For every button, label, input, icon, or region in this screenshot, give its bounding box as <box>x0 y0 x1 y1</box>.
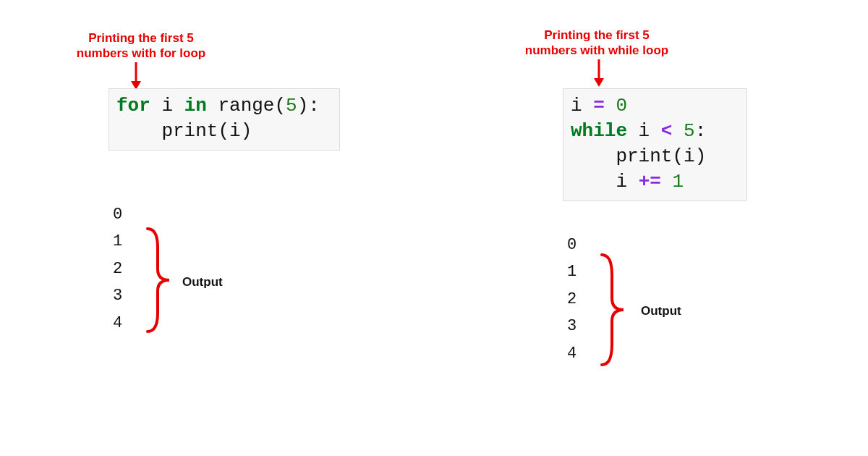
for-loop-caption: Printing the first 5 numbers with for lo… <box>69 30 213 62</box>
curly-brace-icon <box>143 226 172 334</box>
curly-brace-icon <box>597 252 626 368</box>
arrow-down-icon <box>129 62 143 90</box>
while-loop-caption: Printing the first 5 numbers with while … <box>517 28 676 59</box>
svg-marker-3 <box>594 78 604 87</box>
arrow-down-icon <box>592 59 606 87</box>
for-loop-code: for i in range(5): print(i) <box>109 88 340 151</box>
output-label: Output <box>182 275 223 290</box>
output-label: Output <box>641 304 681 318</box>
for-loop-output: 0 1 2 3 4 <box>113 201 122 337</box>
while-loop-code: i = 0while i < 5: print(i) i += 1 <box>563 88 747 201</box>
while-loop-output: 0 1 2 3 4 <box>567 232 576 367</box>
